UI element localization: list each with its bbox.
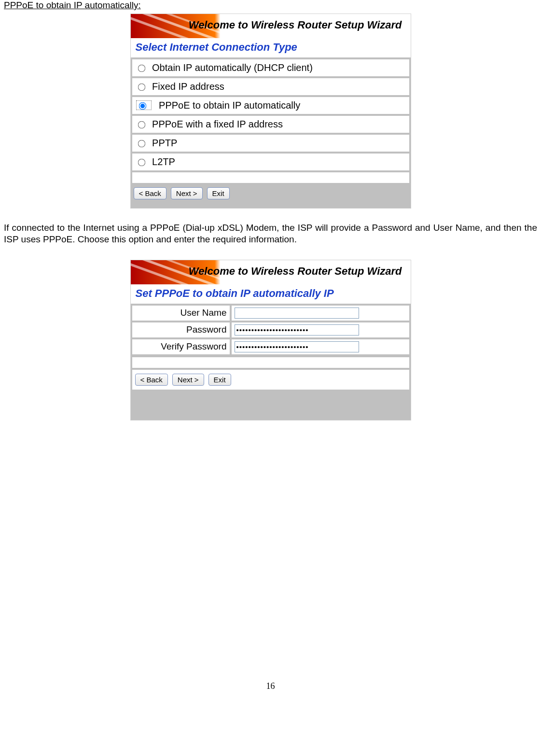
connection-type-options: Obtain IP automatically (DHCP client) Fi…	[131, 59, 411, 183]
option-label: L2TP	[152, 156, 175, 167]
username-label: User Name	[132, 305, 230, 321]
verify-password-label: Verify Password	[132, 339, 230, 355]
option-label: Fixed IP address	[152, 81, 224, 92]
option-pppoe-auto[interactable]: PPPoE to obtain IP automatically	[132, 97, 410, 114]
pppoe-form: User Name Password Verify Password	[131, 304, 411, 356]
radio-pppoe-auto[interactable]	[139, 102, 146, 110]
wizard1-header: Select Internet Connection Type	[131, 38, 411, 58]
exit-button[interactable]: Exit	[208, 374, 231, 386]
wizard-pppoe-form: Welcome to Wireless Router Setup Wizard …	[130, 260, 411, 420]
back-button[interactable]: < Back	[134, 187, 166, 199]
exit-button[interactable]: Exit	[207, 187, 230, 199]
option-l2tp[interactable]: L2TP	[132, 153, 410, 171]
radio-dhcp[interactable]	[138, 65, 145, 72]
page-number: 16	[4, 681, 537, 691]
spacer	[132, 172, 410, 183]
option-dhcp[interactable]: Obtain IP automatically (DHCP client)	[132, 59, 410, 77]
option-pptp[interactable]: PPTP	[132, 134, 410, 152]
radio-l2tp[interactable]	[138, 159, 145, 167]
description-paragraph: If connected to the Internet using a PPP…	[4, 222, 537, 245]
section-title: PPPoE to obtain IP automatically:	[4, 0, 537, 11]
spacer	[132, 357, 410, 368]
wizard2-buttons: < Back Next > Exit	[132, 369, 410, 390]
radio-pppoe-fixed[interactable]	[138, 121, 145, 129]
verify-password-input[interactable]	[235, 341, 359, 352]
banner-title: Welcome to Wireless Router Setup Wizard	[189, 265, 402, 278]
wizard-banner: Welcome to Wireless Router Setup Wizard	[131, 260, 411, 284]
wizard2-header: Set PPPoE to obtain IP automatically IP	[131, 284, 411, 304]
radio-fixed-ip[interactable]	[138, 84, 145, 91]
option-pppoe-fixed[interactable]: PPPoE with a fixed IP address	[132, 115, 410, 133]
next-button[interactable]: Next >	[171, 187, 203, 199]
wizard1-buttons: < Back Next > Exit	[131, 184, 411, 208]
option-label: PPTP	[152, 138, 177, 148]
option-label: Obtain IP automatically (DHCP client)	[152, 62, 313, 73]
radio-pptp[interactable]	[138, 140, 145, 148]
option-label: PPPoE with a fixed IP address	[152, 119, 283, 129]
wizard-banner: Welcome to Wireless Router Setup Wizard	[131, 14, 411, 38]
option-label: PPPoE to obtain IP automatically	[159, 100, 300, 111]
username-input[interactable]	[235, 308, 359, 319]
banner-title: Welcome to Wireless Router Setup Wizard	[189, 19, 402, 31]
password-input[interactable]	[235, 324, 359, 336]
back-button[interactable]: < Back	[135, 374, 168, 386]
option-fixed-ip[interactable]: Fixed IP address	[132, 78, 410, 96]
next-button[interactable]: Next >	[172, 374, 204, 386]
wizard-bottom-space	[131, 391, 411, 420]
wizard-select-connection: Welcome to Wireless Router Setup Wizard …	[130, 14, 411, 209]
password-label: Password	[132, 322, 230, 338]
